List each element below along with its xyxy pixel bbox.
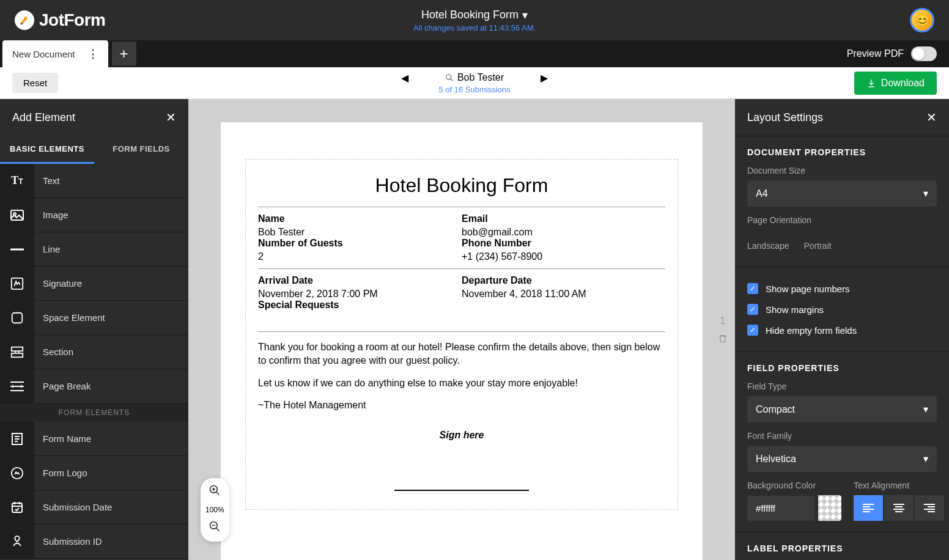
- element-label: Line: [34, 244, 60, 254]
- element-item-form-name[interactable]: Form Name: [0, 422, 188, 456]
- element-item-image[interactable]: Image: [0, 198, 188, 232]
- logo[interactable]: JotForm: [15, 10, 106, 30]
- page-number: 1: [720, 315, 726, 326]
- prev-submission-button[interactable]: ◀: [401, 72, 408, 84]
- bg-color-swatch[interactable]: [818, 495, 841, 521]
- field-type-label: Field Type: [747, 381, 937, 391]
- svg-rect-2: [11, 210, 23, 220]
- zoom-controls: 100%: [201, 478, 229, 542]
- sig-icon: [0, 267, 34, 300]
- field-row: Special Requests: [258, 300, 665, 319]
- tab-form-fields[interactable]: FORM FIELDS: [94, 136, 188, 164]
- form-title-text: Hotel Booking Form: [421, 9, 519, 21]
- element-label: Form Logo: [34, 468, 87, 478]
- element-item-form-logo[interactable]: Form Logo: [0, 456, 188, 490]
- reset-button[interactable]: Reset: [12, 73, 58, 93]
- close-left-panel-button[interactable]: ✕: [166, 110, 176, 125]
- avatar[interactable]: 😊: [910, 8, 934, 32]
- download-button[interactable]: Download: [854, 72, 937, 95]
- orientation-label: Page Orientation: [747, 215, 937, 225]
- close-right-panel-button[interactable]: ✕: [926, 110, 937, 125]
- save-status: All changes saved at 11:43:56 AM.: [413, 23, 536, 32]
- checkbox-show-page-numbers[interactable]: ✓ Show page numbers: [747, 278, 937, 299]
- logo-text: JotForm: [39, 10, 106, 30]
- orientation-portrait[interactable]: Portrait: [804, 241, 832, 251]
- tab-bar: New Document ⋮ + Preview PDF: [0, 40, 949, 67]
- element-label: Space Element: [34, 312, 105, 323]
- label-props-heading: LABEL PROPERTIES: [747, 543, 937, 553]
- chevron-down-icon: ▾: [923, 453, 928, 465]
- element-item-section[interactable]: Section: [0, 335, 188, 369]
- tab-basic-elements[interactable]: BASIC ELEMENTS: [0, 136, 94, 164]
- checkbox-show-margins[interactable]: ✓ Show margins: [747, 299, 937, 320]
- align-right-button[interactable]: [915, 495, 944, 521]
- field-row: Arrival DateNovember 2, 2018 7:00 PMDepa…: [258, 269, 665, 300]
- doc-tab-label: New Document: [12, 49, 75, 59]
- tab-more-icon[interactable]: ⋮: [87, 47, 98, 61]
- element-label: Submission Date: [34, 502, 112, 512]
- preview-pdf-toggle[interactable]: [911, 46, 937, 61]
- align-center-button[interactable]: [884, 495, 914, 521]
- element-item-page-break[interactable]: Page Break: [0, 369, 188, 403]
- right-panel: Layout Settings ✕ DOCUMENT PROPERTIES Do…: [735, 99, 949, 560]
- element-item-text[interactable]: TTText: [0, 164, 188, 198]
- checkbox-icon: ✓: [747, 325, 758, 336]
- element-item-space-element[interactable]: Space Element: [0, 301, 188, 335]
- zoom-level: 100%: [205, 506, 224, 514]
- element-item-signature[interactable]: Signature: [0, 267, 188, 301]
- T-icon: TT: [0, 164, 34, 197]
- submission-name-text: Bob Tester: [457, 72, 504, 83]
- zoom-in-button[interactable]: [209, 484, 221, 499]
- preview-pdf-label: Preview PDF: [847, 48, 904, 59]
- bg-color-input[interactable]: [747, 496, 814, 521]
- field-label: Phone Number: [462, 238, 665, 249]
- left-panel: Add Element ✕ BASIC ELEMENTS FORM FIELDS…: [0, 99, 188, 560]
- checkbox-label: Show page numbers: [766, 284, 850, 294]
- download-label: Download: [881, 78, 925, 89]
- element-item-submission-date[interactable]: Submission Date: [0, 490, 188, 525]
- zoom-out-button[interactable]: [209, 520, 221, 536]
- font-family-select[interactable]: Helvetica ▾: [747, 446, 937, 472]
- submission-search[interactable]: Bob Tester: [445, 72, 504, 83]
- doc-body-text: Thank you for booking a room at our hote…: [258, 331, 665, 430]
- field-row: Number of Guests2Phone Number+1 (234) 56…: [258, 238, 665, 269]
- align-left-button[interactable]: [854, 495, 883, 521]
- document-canvas[interactable]: Hotel Booking Form NameBob TesterEmailbo…: [221, 122, 703, 560]
- element-label: Page Break: [34, 381, 90, 391]
- search-icon: [445, 73, 454, 82]
- trash-icon[interactable]: [718, 334, 728, 344]
- add-tab-button[interactable]: +: [112, 42, 136, 66]
- field-value: +1 (234) 567-8900: [462, 251, 665, 262]
- right-panel-title: Layout Settings: [747, 111, 823, 124]
- section-icon: [0, 335, 34, 369]
- next-submission-button[interactable]: ▶: [541, 72, 548, 84]
- field-value: Bob Tester: [258, 227, 462, 238]
- field-type-select[interactable]: Compact ▾: [747, 396, 937, 422]
- checkbox-hide-empty[interactable]: ✓ Hide empty form fields: [747, 320, 937, 341]
- element-label: Signature: [34, 278, 82, 289]
- submission-count: 5 of 16 Submissions: [438, 85, 510, 94]
- svg-rect-6: [12, 312, 23, 323]
- download-icon: [866, 78, 876, 88]
- document-tab[interactable]: New Document ⋮: [2, 40, 108, 67]
- field-value: November 4, 2018 11:00 AM: [462, 289, 665, 300]
- element-label: Submission ID: [34, 536, 102, 547]
- field-label: Special Requests: [258, 300, 665, 311]
- logo-icon: [15, 10, 34, 30]
- svg-line-1: [451, 79, 453, 81]
- element-item-line[interactable]: Line: [0, 232, 188, 267]
- image-icon: [0, 198, 34, 232]
- orientation-landscape[interactable]: Landscape: [747, 241, 789, 251]
- field-row: NameBob TesterEmailbob@gmail.com: [258, 207, 665, 238]
- doc-size-select[interactable]: A4 ▾: [747, 180, 937, 207]
- subid-icon: [0, 525, 34, 558]
- field-label: Departure Date: [462, 275, 665, 286]
- form-title-dropdown[interactable]: Hotel Booking Form ▾: [413, 9, 536, 22]
- field-value: November 2, 2018 7:00 PM: [258, 289, 462, 300]
- text-align-label: Text Alignment: [854, 481, 944, 490]
- checkbox-icon: ✓: [747, 283, 758, 294]
- field-props-heading: FIELD PROPERTIES: [747, 363, 937, 373]
- element-label: Form Name: [34, 433, 91, 444]
- field-label: Email: [462, 213, 665, 224]
- element-item-submission-id[interactable]: Submission ID: [0, 525, 188, 559]
